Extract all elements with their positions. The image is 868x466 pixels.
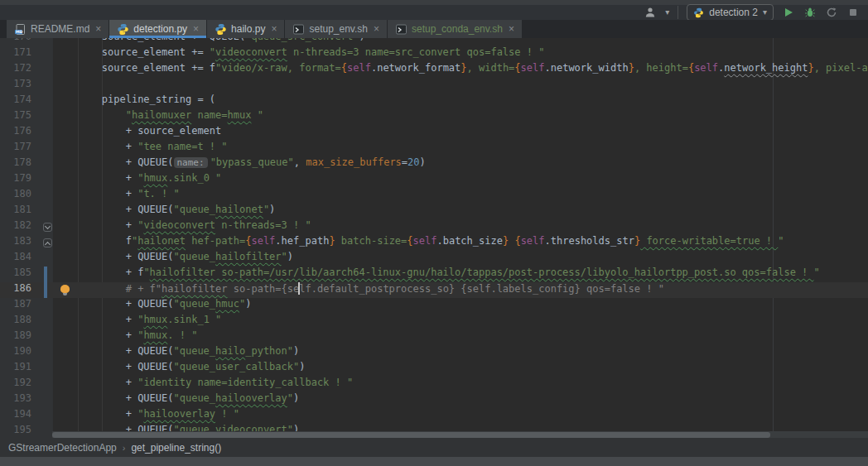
- code-line[interactable]: + "identity name=identity_callback ! ": [52, 377, 353, 392]
- code-row: 175 "hailomuxer name=hmux ": [0, 109, 868, 125]
- code-line[interactable]: + QUEUE("queue_hailo_python"): [52, 345, 299, 361]
- code-line[interactable]: + "hmux.sink_0 ": [52, 172, 221, 188]
- code-token: ): [293, 345, 299, 357]
- run-button[interactable]: [782, 6, 795, 19]
- vcs-change-marker[interactable]: [44, 282, 47, 298]
- close-icon[interactable]: ×: [509, 24, 514, 34]
- code-token: + QUEUE(: [54, 361, 174, 372]
- code-line[interactable]: + "t. ! ": [52, 188, 180, 204]
- line-number: 172: [0, 62, 31, 78]
- run-config-label: detection 2: [709, 7, 758, 18]
- chevron-down-icon[interactable]: ▾: [665, 8, 669, 17]
- code-token: =: [402, 156, 407, 168]
- horizontal-scrollbar[interactable]: [52, 431, 868, 438]
- code-line[interactable]: source_element += QUEUE("queue_src_conve…: [52, 38, 365, 46]
- code-line[interactable]: + "hmux. ! ": [52, 329, 197, 345]
- line-number: 170: [0, 38, 31, 46]
- code-token: {: [514, 235, 520, 247]
- code-token: }: [629, 62, 634, 74]
- fold-marker-icon[interactable]: [43, 223, 52, 232]
- code-line[interactable]: + QUEUE("queue_hailonet"): [52, 204, 275, 219]
- close-icon[interactable]: ×: [374, 24, 379, 34]
- code-line[interactable]: + QUEUE(name:"bypass_queue", max_size_bu…: [52, 156, 426, 172]
- user-icon[interactable]: [644, 6, 657, 19]
- code-line[interactable]: [52, 78, 54, 94]
- breadcrumb-item[interactable]: GStreamerDetectionApp: [8, 442, 117, 454]
- close-icon[interactable]: ×: [193, 24, 199, 34]
- code-token: }: [329, 235, 335, 247]
- code-token: "bypass_queue": [210, 156, 294, 168]
- close-icon[interactable]: ×: [271, 24, 277, 34]
- code-token: pipeline_string = (: [54, 94, 215, 105]
- code-line[interactable]: f"hailonet hef-path={self.hef_path} batc…: [52, 235, 784, 251]
- code-token: , width=: [467, 62, 515, 74]
- line-number: 192: [0, 377, 31, 392]
- code-token: # + f": [54, 283, 162, 295]
- code-row: 193 + QUEUE("queue_hailooverlay"): [0, 392, 868, 408]
- code-token: .sink_0 ": [167, 172, 221, 184]
- code-row: 174 pipeline_string = (: [0, 94, 868, 109]
- horizontal-scrollbar-thumb[interactable]: [52, 432, 770, 438]
- intention-bulb-icon[interactable]: [60, 285, 70, 293]
- code-row: 172 source_element += f"video/x-raw, for…: [0, 62, 868, 78]
- code-token: {: [407, 235, 412, 247]
- code-token: n-threads=3 name=src_convert qos=false !…: [287, 46, 545, 58]
- code-token: {: [341, 62, 347, 74]
- code-token: +: [54, 188, 137, 199]
- code-line[interactable]: + source_element: [52, 125, 221, 141]
- code-line[interactable]: + QUEUE("queue_hmuc"): [52, 298, 251, 314]
- code-editor[interactable]: 170 source_element += QUEUE("queue_src_c…: [0, 38, 868, 438]
- code-token: ": [814, 267, 820, 278]
- line-number: 175: [0, 109, 31, 125]
- code-token: "queue_: [174, 204, 216, 215]
- code-line[interactable]: source_element += "videoconvert n-thread…: [52, 46, 544, 62]
- code-line[interactable]: + QUEUE("queue_hailofilter"): [52, 251, 293, 267]
- code-line[interactable]: # + f"hailofilter so-path={self.default_…: [52, 282, 664, 298]
- code-line[interactable]: + "tee name=t ! ": [52, 141, 228, 156]
- vcs-change-marker[interactable]: [44, 267, 47, 282]
- gutter-strip: [31, 361, 52, 377]
- code-token: f: [54, 235, 132, 247]
- breadcrumb-item[interactable]: get_pipeline_string(): [131, 442, 221, 454]
- tab-README.md[interactable]: MDREADME.md×: [7, 20, 108, 38]
- stop-icon[interactable]: [846, 6, 860, 19]
- code-token: [54, 109, 126, 121]
- code-line[interactable]: + "hmux.sink_1 ": [52, 314, 221, 329]
- tab-hailo.py[interactable]: hailo.py×: [207, 20, 284, 38]
- code-token: ": [778, 235, 784, 247]
- tab-setup_env.sh[interactable]: setup_env.sh×: [285, 20, 387, 38]
- code-token: network_height: [724, 62, 808, 74]
- code-token: hailonet: [137, 235, 186, 247]
- code-line[interactable]: source_element += f"video/x-raw, format=…: [52, 62, 868, 78]
- code-line[interactable]: + QUEUE("queue_user_callback"): [52, 361, 305, 377]
- tab-detection.py[interactable]: detection.py×: [109, 20, 206, 38]
- gutter-strip: [31, 204, 52, 219]
- code-token: .thresholds_str: [545, 235, 634, 247]
- code-row: 188 + "hmux.sink_1 ": [0, 314, 868, 329]
- tab-setup_conda_env.sh[interactable]: setup_conda_env.sh×: [388, 20, 522, 38]
- tab-label: hailo.py: [231, 23, 265, 35]
- code-line[interactable]: + f"hailofilter so-path=/usr/lib/aarch64…: [52, 267, 820, 282]
- code-token: +: [54, 219, 137, 231]
- code-line[interactable]: + "hailooverlay ! ": [52, 408, 239, 424]
- code-row: 186 # + f"hailofilter so-path={self.defa…: [0, 282, 868, 298]
- chevron-down-icon: ▾: [763, 8, 767, 17]
- code-line[interactable]: + "videoconvert n-threads=3 ! ": [52, 219, 311, 235]
- gutter-strip: [31, 267, 52, 282]
- code-token: "video/x-raw, format=: [215, 62, 341, 74]
- close-icon[interactable]: ×: [95, 24, 101, 34]
- code-token: source_element +=: [54, 46, 210, 58]
- code-row: 185 + f"hailofilter so-path=/usr/lib/aar…: [0, 267, 868, 282]
- code-token: ): [287, 251, 293, 262]
- status-bar: [0, 457, 868, 466]
- tab-label: README.md: [31, 23, 89, 35]
- debug-button[interactable]: [803, 6, 817, 19]
- code-token: +: [54, 377, 137, 388]
- run-config-selector[interactable]: detection 2 ▾: [687, 4, 774, 21]
- rerun-icon[interactable]: [825, 6, 838, 19]
- code-line[interactable]: + QUEUE("queue_hailooverlay"): [52, 392, 299, 408]
- fold-marker-icon[interactable]: [43, 238, 52, 247]
- code-line[interactable]: pipeline_string = (: [52, 94, 215, 109]
- code-token: ): [269, 204, 275, 215]
- code-line[interactable]: "hailomuxer name=hmux ": [52, 109, 263, 125]
